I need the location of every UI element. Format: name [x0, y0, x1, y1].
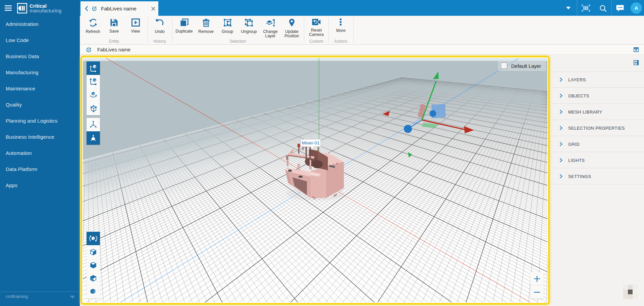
svg-text:Mixer-01: Mixer-01 [302, 140, 320, 145]
